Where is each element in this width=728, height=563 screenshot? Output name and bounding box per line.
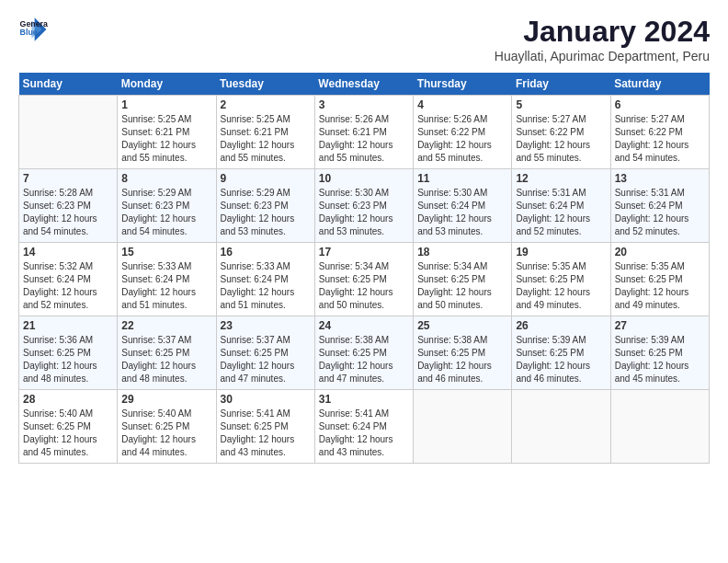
day-info: Sunrise: 5:28 AM Sunset: 6:23 PM Dayligh…	[23, 187, 113, 238]
day-info: Sunrise: 5:27 AM Sunset: 6:22 PM Dayligh…	[615, 113, 705, 165]
day-number: 17	[319, 246, 409, 259]
day-info: Sunrise: 5:35 AM Sunset: 6:25 PM Dayligh…	[516, 260, 606, 312]
calendar-cell: 17Sunrise: 5:34 AM Sunset: 6:25 PM Dayli…	[314, 243, 413, 316]
day-number: 31	[319, 393, 409, 406]
calendar-cell: 14Sunrise: 5:32 AM Sunset: 6:24 PM Dayli…	[19, 243, 118, 316]
calendar-cell: 3Sunrise: 5:26 AM Sunset: 6:21 PM Daylig…	[314, 96, 413, 169]
day-info: Sunrise: 5:40 AM Sunset: 6:25 PM Dayligh…	[23, 408, 113, 459]
day-number: 26	[516, 319, 606, 332]
day-info: Sunrise: 5:40 AM Sunset: 6:25 PM Dayligh…	[121, 408, 211, 459]
day-info: Sunrise: 5:30 AM Sunset: 6:23 PM Dayligh…	[319, 187, 409, 238]
day-number: 7	[23, 172, 113, 185]
week-row-2: 7Sunrise: 5:28 AM Sunset: 6:23 PM Daylig…	[19, 169, 710, 243]
calendar-cell: 8Sunrise: 5:29 AM Sunset: 6:23 PM Daylig…	[118, 169, 216, 243]
week-row-4: 21Sunrise: 5:36 AM Sunset: 6:25 PM Dayli…	[19, 316, 710, 390]
day-info: Sunrise: 5:34 AM Sunset: 6:25 PM Dayligh…	[319, 260, 409, 312]
day-info: Sunrise: 5:38 AM Sunset: 6:25 PM Dayligh…	[417, 334, 507, 385]
calendar-cell: 16Sunrise: 5:33 AM Sunset: 6:24 PM Dayli…	[216, 243, 314, 316]
calendar-cell: 11Sunrise: 5:30 AM Sunset: 6:24 PM Dayli…	[414, 169, 512, 243]
day-number: 5	[516, 98, 606, 111]
calendar-cell	[512, 390, 610, 464]
day-info: Sunrise: 5:29 AM Sunset: 6:23 PM Dayligh…	[221, 187, 311, 238]
day-info: Sunrise: 5:39 AM Sunset: 6:25 PM Dayligh…	[516, 334, 606, 385]
calendar-table: SundayMondayTuesdayWednesdayThursdayFrid…	[18, 73, 710, 464]
day-number: 20	[615, 246, 705, 259]
calendar-cell: 25Sunrise: 5:38 AM Sunset: 6:25 PM Dayli…	[414, 316, 512, 390]
day-number: 14	[23, 246, 113, 259]
day-info: Sunrise: 5:37 AM Sunset: 6:25 PM Dayligh…	[121, 334, 211, 385]
day-info: Sunrise: 5:33 AM Sunset: 6:24 PM Dayligh…	[221, 260, 311, 312]
day-number: 16	[221, 246, 311, 259]
day-header-wednesday: Wednesday	[314, 73, 413, 96]
calendar-cell: 7Sunrise: 5:28 AM Sunset: 6:23 PM Daylig…	[19, 169, 118, 243]
calendar-cell: 5Sunrise: 5:27 AM Sunset: 6:22 PM Daylig…	[512, 96, 610, 169]
day-number: 24	[319, 319, 409, 332]
day-header-saturday: Saturday	[610, 73, 709, 96]
day-info: Sunrise: 5:33 AM Sunset: 6:24 PM Dayligh…	[121, 260, 211, 312]
day-info: Sunrise: 5:29 AM Sunset: 6:23 PM Dayligh…	[121, 187, 211, 238]
subtitle: Huayllati, Apurimac Department, Peru	[495, 49, 710, 63]
logo-icon: General Blue	[18, 15, 48, 44]
calendar-cell: 22Sunrise: 5:37 AM Sunset: 6:25 PM Dayli…	[118, 316, 216, 390]
calendar-cell	[414, 390, 512, 464]
day-info: Sunrise: 5:32 AM Sunset: 6:24 PM Dayligh…	[23, 260, 113, 312]
calendar-cell: 1Sunrise: 5:25 AM Sunset: 6:21 PM Daylig…	[118, 96, 216, 169]
day-info: Sunrise: 5:25 AM Sunset: 6:21 PM Dayligh…	[121, 113, 211, 165]
day-number: 27	[615, 319, 705, 332]
header-row: SundayMondayTuesdayWednesdayThursdayFrid…	[19, 73, 710, 96]
day-info: Sunrise: 5:25 AM Sunset: 6:21 PM Dayligh…	[221, 113, 311, 165]
calendar-cell: 23Sunrise: 5:37 AM Sunset: 6:25 PM Dayli…	[216, 316, 314, 390]
day-info: Sunrise: 5:26 AM Sunset: 6:21 PM Dayligh…	[319, 113, 409, 165]
day-header-monday: Monday	[118, 73, 216, 96]
day-info: Sunrise: 5:38 AM Sunset: 6:25 PM Dayligh…	[319, 334, 409, 385]
calendar-cell: 24Sunrise: 5:38 AM Sunset: 6:25 PM Dayli…	[314, 316, 413, 390]
day-info: Sunrise: 5:35 AM Sunset: 6:25 PM Dayligh…	[615, 260, 705, 312]
day-number: 13	[615, 172, 705, 185]
day-number: 21	[23, 319, 113, 332]
day-info: Sunrise: 5:37 AM Sunset: 6:25 PM Dayligh…	[221, 334, 311, 385]
calendar-cell	[19, 96, 118, 169]
day-info: Sunrise: 5:31 AM Sunset: 6:24 PM Dayligh…	[516, 187, 606, 238]
calendar-cell: 4Sunrise: 5:26 AM Sunset: 6:22 PM Daylig…	[414, 96, 512, 169]
day-number: 29	[121, 393, 211, 406]
day-number: 19	[516, 246, 606, 259]
day-number: 15	[121, 246, 211, 259]
month-title: January 2024	[495, 15, 710, 49]
calendar-cell: 28Sunrise: 5:40 AM Sunset: 6:25 PM Dayli…	[19, 390, 118, 464]
calendar-cell: 27Sunrise: 5:39 AM Sunset: 6:25 PM Dayli…	[610, 316, 709, 390]
day-header-thursday: Thursday	[414, 73, 512, 96]
day-number: 9	[221, 172, 311, 185]
calendar-cell: 10Sunrise: 5:30 AM Sunset: 6:23 PM Dayli…	[314, 169, 413, 243]
calendar-cell: 19Sunrise: 5:35 AM Sunset: 6:25 PM Dayli…	[512, 243, 610, 316]
day-number: 25	[417, 319, 507, 332]
calendar-cell: 2Sunrise: 5:25 AM Sunset: 6:21 PM Daylig…	[216, 96, 314, 169]
day-number: 23	[221, 319, 311, 332]
day-number: 12	[516, 172, 606, 185]
day-info: Sunrise: 5:30 AM Sunset: 6:24 PM Dayligh…	[417, 187, 507, 238]
day-info: Sunrise: 5:36 AM Sunset: 6:25 PM Dayligh…	[23, 334, 113, 385]
header: General Blue January 2024 Huayllati, Apu…	[18, 15, 710, 63]
calendar-cell: 21Sunrise: 5:36 AM Sunset: 6:25 PM Dayli…	[19, 316, 118, 390]
day-number: 10	[319, 172, 409, 185]
svg-text:General: General	[20, 19, 48, 29]
day-number: 6	[615, 98, 705, 111]
day-header-friday: Friday	[512, 73, 610, 96]
day-header-sunday: Sunday	[19, 73, 118, 96]
calendar-cell: 26Sunrise: 5:39 AM Sunset: 6:25 PM Dayli…	[512, 316, 610, 390]
week-row-5: 28Sunrise: 5:40 AM Sunset: 6:25 PM Dayli…	[19, 390, 710, 464]
week-row-3: 14Sunrise: 5:32 AM Sunset: 6:24 PM Dayli…	[19, 243, 710, 316]
day-number: 4	[417, 98, 507, 111]
day-number: 18	[417, 246, 507, 259]
calendar-cell: 29Sunrise: 5:40 AM Sunset: 6:25 PM Dayli…	[118, 390, 216, 464]
day-number: 28	[23, 393, 113, 406]
calendar-cell: 20Sunrise: 5:35 AM Sunset: 6:25 PM Dayli…	[610, 243, 709, 316]
day-info: Sunrise: 5:39 AM Sunset: 6:25 PM Dayligh…	[615, 334, 705, 385]
day-number: 1	[121, 98, 211, 111]
day-number: 11	[417, 172, 507, 185]
calendar-cell	[610, 390, 709, 464]
title-area: January 2024 Huayllati, Apurimac Departm…	[495, 15, 710, 63]
calendar-cell: 31Sunrise: 5:41 AM Sunset: 6:24 PM Dayli…	[314, 390, 413, 464]
calendar-cell: 15Sunrise: 5:33 AM Sunset: 6:24 PM Dayli…	[118, 243, 216, 316]
day-info: Sunrise: 5:34 AM Sunset: 6:25 PM Dayligh…	[417, 260, 507, 312]
day-number: 3	[319, 98, 409, 111]
